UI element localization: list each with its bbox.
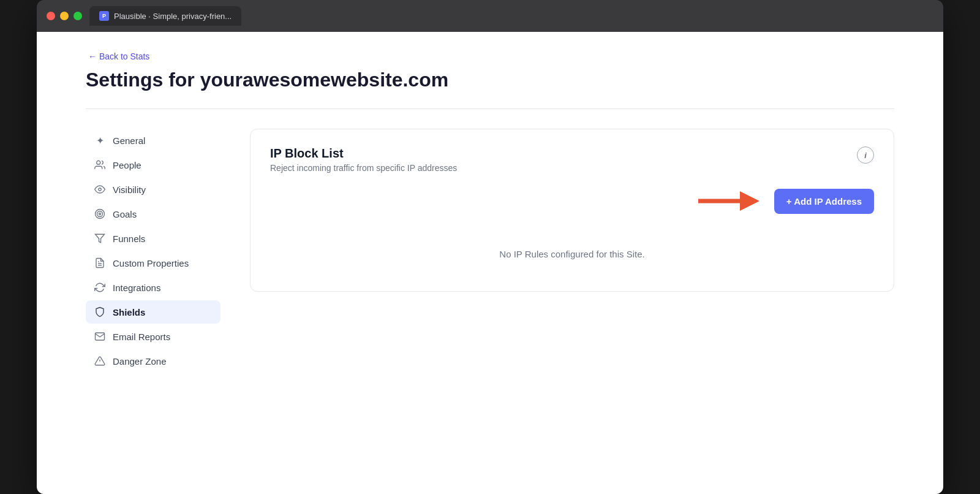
sidebar-item-label: General	[113, 135, 145, 146]
sidebar: ✦ General People	[86, 129, 221, 373]
browser-window: P Plausible · Simple, privacy-frien... ←…	[37, 0, 943, 494]
file-icon	[94, 257, 105, 268]
card-header: IP Block List Reject incoming traffic fr…	[270, 146, 874, 173]
card-header-text: IP Block List Reject incoming traffic fr…	[270, 146, 457, 173]
eye-icon	[94, 184, 105, 195]
page-content: ← Back to Stats Settings for yourawesome…	[37, 32, 943, 494]
warning-icon	[94, 355, 105, 367]
sidebar-item-label: Integrations	[113, 283, 160, 293]
card-title: IP Block List	[270, 146, 457, 161]
traffic-light-yellow[interactable]	[60, 12, 69, 20]
sidebar-item-people[interactable]: People	[86, 153, 221, 177]
tab-title: Plausible · Simple, privacy-frien...	[114, 12, 232, 21]
funnel-icon	[94, 233, 105, 244]
sidebar-item-email-reports[interactable]: Email Reports	[86, 325, 221, 348]
back-label: ← Back to Stats	[88, 51, 149, 61]
svg-point-4	[99, 213, 101, 215]
browser-chrome: P Plausible · Simple, privacy-frien...	[37, 0, 943, 32]
sidebar-item-label: Visibility	[113, 184, 146, 195]
svg-point-2	[96, 210, 105, 219]
traffic-light-green[interactable]	[74, 12, 82, 20]
traffic-light-red[interactable]	[47, 12, 55, 20]
target-icon	[94, 208, 105, 219]
sidebar-item-label: Email Reports	[113, 332, 170, 342]
sidebar-item-visibility[interactable]: Visibility	[86, 178, 221, 201]
sidebar-item-integrations[interactable]: Integrations	[86, 276, 221, 299]
sidebar-item-label: Shields	[113, 307, 145, 317]
page-divider	[86, 108, 894, 109]
people-icon	[94, 159, 105, 170]
add-ip-address-button[interactable]: + Add IP Address	[774, 189, 874, 214]
browser-tab[interactable]: P Plausible · Simple, privacy-frien...	[89, 6, 241, 26]
svg-marker-5	[96, 234, 105, 243]
page-title: Settings for yourawesomewebsite.com	[86, 69, 894, 91]
svg-marker-11	[740, 191, 760, 211]
sidebar-item-custom-properties[interactable]: Custom Properties	[86, 251, 221, 275]
ip-block-list-card: IP Block List Reject incoming traffic fr…	[250, 129, 894, 292]
sidebar-item-label: Custom Properties	[113, 258, 189, 268]
sidebar-item-funnels[interactable]: Funnels	[86, 227, 221, 250]
svg-point-1	[99, 188, 102, 191]
traffic-lights	[47, 12, 82, 20]
main-content: IP Block List Reject incoming traffic fr…	[250, 129, 894, 373]
sidebar-item-label: Goals	[113, 209, 137, 219]
sidebar-item-label: Danger Zone	[113, 356, 167, 367]
back-to-stats-link[interactable]: ← Back to Stats	[86, 51, 894, 61]
sidebar-item-goals[interactable]: Goals	[86, 202, 221, 226]
sidebar-item-shields[interactable]: Shields	[86, 300, 221, 324]
card-subtitle: Reject incoming traffic from specific IP…	[270, 163, 457, 173]
layout: ✦ General People	[86, 129, 894, 373]
shield-icon	[94, 306, 105, 317]
empty-message: No IP Rules configured for this Site.	[499, 249, 644, 259]
arrow-indicator	[698, 188, 760, 215]
card-actions: + Add IP Address	[270, 188, 874, 215]
rocket-icon: ✦	[94, 135, 105, 146]
sidebar-item-label: People	[113, 160, 141, 170]
svg-point-0	[97, 161, 100, 164]
envelope-icon	[94, 331, 105, 342]
sidebar-nav: ✦ General People	[86, 129, 221, 373]
tab-favicon: P	[99, 11, 109, 21]
sidebar-item-label: Funnels	[113, 234, 145, 244]
empty-state: No IP Rules configured for this Site.	[270, 234, 874, 274]
info-icon[interactable]: i	[857, 146, 874, 164]
svg-point-3	[97, 211, 103, 217]
integrations-icon	[94, 282, 105, 293]
sidebar-item-danger-zone[interactable]: Danger Zone	[86, 349, 221, 373]
sidebar-item-general[interactable]: ✦ General	[86, 129, 221, 152]
